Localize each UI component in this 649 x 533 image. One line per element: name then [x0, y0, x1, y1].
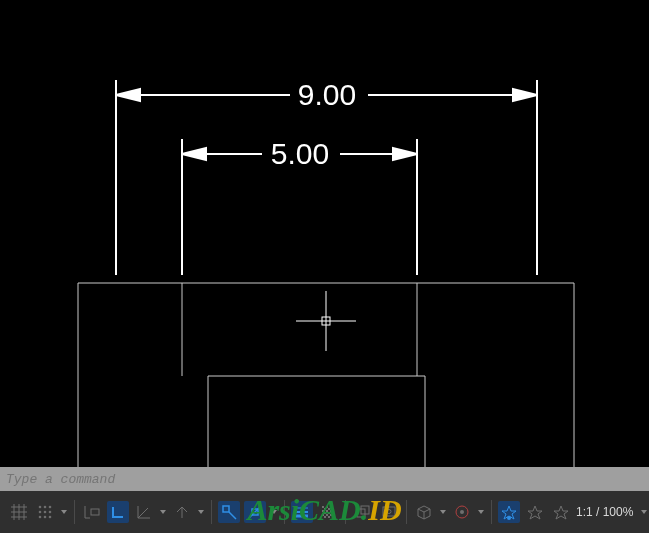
annotation-scale-icon[interactable]	[498, 501, 520, 523]
separator	[74, 500, 75, 524]
svg-rect-30	[91, 509, 99, 515]
svg-marker-4	[513, 89, 537, 101]
svg-line-54	[418, 509, 424, 512]
gizmo-icon[interactable]	[451, 501, 473, 523]
osnap-icon[interactable]	[218, 501, 240, 523]
snap-grid-icon[interactable]	[34, 501, 56, 523]
3d-cube-icon[interactable]	[413, 501, 435, 523]
svg-rect-51	[383, 507, 395, 516]
snap-dropdown-icon[interactable]	[60, 501, 68, 523]
ortho-icon[interactable]	[107, 501, 129, 523]
svg-line-36	[177, 507, 182, 512]
svg-rect-48	[322, 506, 334, 518]
svg-line-37	[182, 507, 187, 512]
selection-cycling-icon[interactable]	[352, 501, 374, 523]
drawing-canvas[interactable]: 9.00 5.00	[0, 0, 649, 467]
separator	[491, 500, 492, 524]
dimension-5: 5.00	[182, 137, 417, 275]
scale-dropdown-icon[interactable]	[641, 510, 647, 514]
svg-point-52	[387, 510, 391, 514]
svg-marker-10	[393, 148, 417, 160]
svg-line-41	[249, 506, 261, 518]
annotation-autoscale-icon[interactable]	[550, 501, 572, 523]
dimension-label-5: 5.00	[271, 137, 329, 170]
polar-dropdown-icon[interactable]	[159, 501, 167, 523]
separator	[284, 500, 285, 524]
status-bar: 1:1 / 100%	[0, 491, 649, 533]
otrack-icon[interactable]	[244, 501, 266, 523]
annotation-visibility-icon[interactable]	[524, 501, 546, 523]
command-line[interactable]	[0, 467, 649, 491]
command-input[interactable]	[6, 472, 643, 487]
gizmo-dropdown-icon[interactable]	[477, 501, 485, 523]
svg-line-35	[138, 508, 148, 518]
osnap-dropdown-icon[interactable]	[270, 501, 278, 523]
svg-point-28	[44, 516, 47, 519]
svg-point-26	[49, 511, 52, 514]
lineweight-icon[interactable]	[291, 501, 313, 523]
svg-point-25	[44, 511, 47, 514]
svg-point-24	[39, 511, 42, 514]
isometric-icon[interactable]	[171, 501, 193, 523]
drawing-svg: 9.00 5.00	[0, 0, 649, 467]
svg-point-27	[39, 516, 42, 519]
polar-tracking-icon[interactable]	[133, 501, 155, 523]
svg-line-55	[424, 509, 430, 512]
svg-point-22	[44, 506, 47, 509]
separator	[211, 500, 212, 524]
svg-point-58	[460, 510, 464, 514]
svg-line-40	[229, 512, 236, 519]
svg-point-23	[49, 506, 52, 509]
iso-dropdown-icon[interactable]	[197, 501, 205, 523]
geom-inner	[208, 376, 425, 467]
svg-point-21	[39, 506, 42, 509]
transparency-icon[interactable]	[317, 501, 339, 523]
dimension-9: 9.00	[116, 78, 537, 275]
svg-point-29	[49, 516, 52, 519]
dynamic-input-icon[interactable]	[81, 501, 103, 523]
annotation-monitor-icon[interactable]	[378, 501, 400, 523]
svg-marker-9	[182, 148, 206, 160]
dimension-label-9: 9.00	[298, 78, 356, 111]
separator	[406, 500, 407, 524]
crosshair-cursor	[296, 291, 356, 351]
separator	[345, 500, 346, 524]
grid-display-icon[interactable]	[8, 501, 30, 523]
scale-ratio-label[interactable]: 1:1 / 100%	[576, 505, 637, 519]
svg-marker-3	[116, 89, 140, 101]
svg-point-59	[507, 516, 511, 520]
3d-dropdown-icon[interactable]	[439, 501, 447, 523]
svg-rect-39	[223, 506, 229, 512]
app-root: 9.00 5.00	[0, 0, 649, 533]
